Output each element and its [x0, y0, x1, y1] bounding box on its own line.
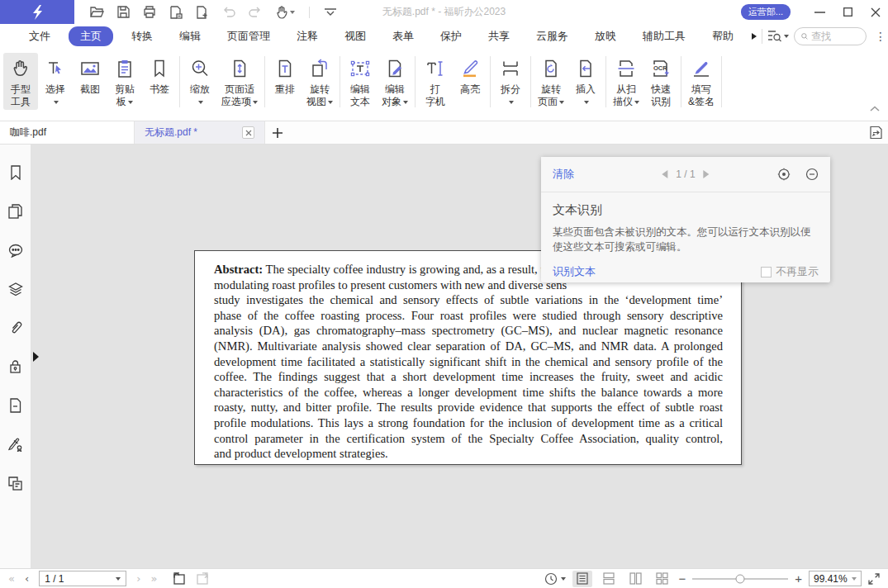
advanced-search-icon[interactable] [767, 30, 789, 42]
menu-present[interactable]: 放映 [586, 26, 624, 46]
minimize-button[interactable] [807, 2, 832, 23]
rotate-view-button[interactable]: 旋转视图 [302, 53, 337, 110]
menu-overflow-arrow[interactable] [752, 33, 757, 40]
continuous-facing-view-icon[interactable] [652, 571, 672, 587]
rotate-page-button[interactable]: 旋转页面 [534, 53, 568, 110]
new-tab-button[interactable] [265, 121, 290, 144]
tab-close-icon[interactable] [242, 126, 254, 139]
edit-text-button[interactable]: 编辑文本 [343, 53, 378, 110]
hand-tool-quick-icon[interactable] [274, 5, 296, 20]
dont-show-again-option[interactable]: 不再显示 [761, 264, 819, 279]
maximize-button[interactable] [835, 2, 860, 23]
sidebar-expand-handle[interactable] [33, 352, 39, 362]
notification-settings-icon[interactable] [777, 168, 791, 181]
bookmarks-panel-icon[interactable] [7, 164, 24, 181]
recognize-text-link[interactable]: 识别文本 [553, 264, 596, 279]
clear-notifications-link[interactable]: 清除 [553, 167, 574, 182]
edit-object-button[interactable]: 编辑对象 [378, 53, 412, 110]
destinations-panel-icon[interactable] [7, 397, 24, 414]
security-panel-icon[interactable] [7, 358, 24, 375]
account-badge[interactable]: 运营部... [741, 4, 791, 20]
split-icon [500, 56, 521, 81]
search-input[interactable] [811, 31, 859, 42]
snapshot-button[interactable]: 截图 [73, 53, 107, 97]
split-button[interactable]: 拆分 [493, 53, 528, 110]
continuous-view-icon[interactable] [599, 571, 619, 587]
typewriter-button[interactable]: 打字机 [418, 53, 453, 110]
attachments-panel-icon[interactable] [7, 320, 24, 336]
zoom-out-icon[interactable]: − [678, 575, 686, 583]
select-tool-button[interactable]: 选择 [38, 53, 73, 110]
close-button[interactable] [863, 2, 888, 23]
minimize-notification-icon[interactable] [805, 168, 819, 181]
auto-scroll-icon[interactable] [544, 572, 566, 586]
zoom-button[interactable]: 缩放 [183, 53, 217, 110]
from-scanner-button[interactable]: 从扫描仪 [609, 53, 643, 110]
menu-home[interactable]: 主页 [69, 26, 113, 46]
zoom-in-icon[interactable]: + [795, 575, 802, 583]
previous-view-icon[interactable] [172, 572, 186, 585]
ribbon-group-divider [490, 56, 491, 107]
menu-help[interactable]: 帮助 [704, 26, 742, 46]
pdf-page[interactable]: Abstract: The specialty coffee industry … [194, 250, 742, 465]
highlight-button[interactable]: 高亮 [453, 53, 487, 97]
search-box[interactable] [794, 27, 867, 45]
menu-edit[interactable]: 编辑 [171, 26, 209, 46]
create-pdf-icon[interactable] [169, 5, 183, 20]
menu-protect[interactable]: 保护 [432, 26, 470, 46]
more-options-icon[interactable]: ⋮ [871, 30, 888, 43]
menu-organize[interactable]: 页面管理 [219, 26, 278, 46]
new-document-icon[interactable] [195, 5, 210, 20]
customize-toolbar-icon[interactable] [323, 5, 338, 20]
fit-page-options-button[interactable]: 页面适应选项 [217, 53, 262, 110]
dont-show-again-checkbox[interactable] [761, 267, 772, 277]
first-page-icon[interactable]: « [8, 572, 15, 585]
insert-button[interactable]: 插入 [568, 53, 603, 110]
fullscreen-icon[interactable] [868, 573, 880, 585]
facing-view-icon[interactable] [625, 571, 645, 587]
fit-page-icon [229, 56, 250, 81]
quick-ocr-button[interactable]: OCR 快速识别 [643, 53, 678, 110]
menu-comment[interactable]: 注释 [288, 26, 326, 46]
menu-file[interactable]: 文件 [21, 26, 59, 46]
hand-tool-button[interactable]: 手型工具 [3, 53, 38, 110]
comments-panel-icon[interactable] [7, 242, 24, 258]
zoom-level-combobox[interactable]: 99.41% [809, 571, 862, 586]
next-view-icon[interactable] [196, 572, 210, 585]
prev-notification-icon[interactable] [662, 170, 667, 178]
fields-panel-icon[interactable] [7, 475, 24, 491]
fill-sign-button[interactable]: 填写&签名 [684, 53, 719, 110]
next-page-icon[interactable]: › [136, 572, 140, 585]
tab-untitled-pdf[interactable]: 无标题.pdf * [135, 121, 265, 144]
page-number-combobox[interactable]: 1 / 1 [39, 571, 126, 586]
tab-switch-icon[interactable] [869, 126, 883, 140]
zoom-slider-track[interactable] [692, 578, 788, 580]
previous-page-icon[interactable]: ‹ [25, 572, 29, 585]
zoom-slider-knob[interactable] [736, 574, 745, 583]
bookmark-button[interactable]: 书签 [142, 53, 177, 97]
reflow-button[interactable]: 重排 [268, 53, 302, 97]
print-icon[interactable] [142, 5, 157, 20]
menu-view[interactable]: 视图 [336, 26, 374, 46]
abstract-line: phase of the coffee roasting process. Fo… [214, 308, 723, 324]
menu-convert[interactable]: 转换 [123, 26, 161, 46]
last-page-icon[interactable]: » [150, 572, 157, 585]
redo-icon[interactable] [248, 5, 263, 20]
pages-panel-icon[interactable] [7, 203, 24, 220]
single-page-view-icon[interactable] [572, 571, 592, 587]
undo-icon[interactable] [221, 5, 236, 20]
menu-form[interactable]: 表单 [384, 26, 422, 46]
menu-share[interactable]: 共享 [480, 26, 518, 46]
clipboard-button[interactable]: 剪贴板 [107, 53, 142, 110]
menu-accessibility[interactable]: 辅助工具 [634, 26, 694, 46]
save-icon[interactable] [116, 5, 131, 20]
tab-coffee-pdf[interactable]: 咖啡.pdf [0, 121, 135, 144]
menu-cloud[interactable]: 云服务 [528, 26, 577, 46]
collapse-ribbon-icon[interactable] [870, 106, 880, 111]
foxit-logo[interactable] [0, 0, 74, 24]
open-file-icon[interactable] [89, 5, 104, 20]
hand-tool-dropdown-arrow [290, 11, 295, 14]
signatures-panel-icon[interactable] [7, 436, 24, 453]
layers-panel-icon[interactable] [7, 281, 24, 297]
next-notification-icon[interactable] [704, 170, 710, 178]
